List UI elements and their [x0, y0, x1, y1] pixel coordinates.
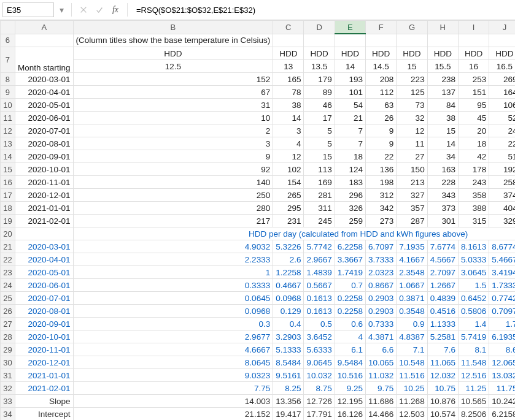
- month-date[interactable]: 2021-02-01: [15, 215, 73, 227]
- cell[interactable]: [489, 34, 515, 47]
- cell[interactable]: [335, 34, 365, 47]
- hdd-per-day-value[interactable]: 8.5484: [273, 356, 304, 369]
- hdd-value[interactable]: 198: [366, 176, 397, 189]
- hdd-value[interactable]: 140: [73, 176, 273, 189]
- hdd-per-day-value[interactable]: 4.8387: [397, 330, 427, 343]
- row-header-13[interactable]: 13: [1, 137, 15, 150]
- hdd-per-day-value[interactable]: 1.4: [458, 318, 489, 330]
- hdd-value[interactable]: 253: [458, 73, 489, 86]
- hdd-per-day-value[interactable]: 11.548: [458, 356, 489, 369]
- hdd-per-day-value[interactable]: 0.2258: [335, 305, 365, 318]
- hdd-value[interactable]: 92: [73, 163, 273, 176]
- hdd-per-day-value[interactable]: 0.0968: [273, 292, 304, 305]
- month-date[interactable]: 2021-01-01: [15, 369, 73, 382]
- hdd-per-day-value[interactable]: 2.0323: [366, 266, 397, 279]
- stat-value[interactable]: 12.726: [304, 395, 335, 408]
- header-basetemp[interactable]: 14: [335, 60, 365, 73]
- hdd-value[interactable]: 95: [458, 99, 489, 112]
- hdd-per-day-value[interactable]: 11.065: [427, 356, 458, 369]
- hdd-value[interactable]: 150: [397, 163, 427, 176]
- hdd-per-day-value[interactable]: 9.25: [335, 382, 365, 395]
- hdd-value[interactable]: 259: [335, 215, 365, 227]
- hdd-per-day-value[interactable]: 5.1333: [273, 343, 304, 356]
- hdd-per-day-value[interactable]: 10.25: [397, 382, 427, 395]
- month-date[interactable]: 2020-05-01: [15, 99, 73, 112]
- hdd-per-day-value[interactable]: 0.8667: [366, 279, 397, 292]
- hdd-value[interactable]: 38: [273, 99, 304, 112]
- name-box[interactable]: [2, 2, 54, 17]
- hdd-per-day-value[interactable]: 10.548: [397, 356, 427, 369]
- header-hdd[interactable]: HDD: [366, 47, 397, 60]
- hdd-value[interactable]: 269: [489, 73, 515, 86]
- hdd-value[interactable]: 38: [427, 112, 458, 124]
- hdd-value[interactable]: 342: [366, 202, 397, 215]
- row-header-9[interactable]: 9: [1, 86, 15, 99]
- hdd-value[interactable]: 164: [489, 86, 515, 99]
- hdd-value[interactable]: 15: [304, 150, 335, 163]
- hdd-value[interactable]: 9: [73, 150, 273, 163]
- hdd-per-day-value[interactable]: 5.0333: [458, 253, 489, 266]
- hdd-per-day-value[interactable]: 0.3871: [397, 292, 427, 305]
- hdd-value[interactable]: 373: [427, 202, 458, 215]
- hdd-per-day-value[interactable]: 0.4839: [427, 292, 458, 305]
- hdd-value[interactable]: 287: [397, 215, 427, 227]
- hdd-value[interactable]: 24: [489, 124, 515, 137]
- hdd-per-day-value[interactable]: 11.516: [397, 369, 427, 382]
- hdd-per-day-value[interactable]: 5.7742: [304, 240, 335, 253]
- hdd-value[interactable]: 113: [304, 163, 335, 176]
- hdd-per-day-value[interactable]: 0.6: [335, 318, 365, 330]
- row-header-7[interactable]: 7: [1, 47, 15, 73]
- hdd-per-day-label[interactable]: HDD per day (calculated from HDD and kWh…: [73, 227, 515, 240]
- hdd-value[interactable]: 152: [73, 73, 273, 86]
- hdd-value[interactable]: 327: [397, 189, 427, 202]
- hdd-value[interactable]: 358: [458, 189, 489, 202]
- hdd-value[interactable]: 7: [335, 137, 365, 150]
- hdd-value[interactable]: 32: [397, 112, 427, 124]
- hdd-per-day-value[interactable]: 1.7333: [489, 279, 515, 292]
- header-hdd[interactable]: HDD: [73, 47, 273, 60]
- hdd-per-day-value[interactable]: 8.1: [458, 343, 489, 356]
- hdd-value[interactable]: 73: [397, 99, 427, 112]
- month-date[interactable]: 2020-12-01: [15, 189, 73, 202]
- stat-value[interactable]: 8.2506: [458, 408, 489, 421]
- hdd-per-day-value[interactable]: 0.9: [397, 318, 427, 330]
- stat-value[interactable]: 12.195: [335, 395, 365, 408]
- row-header-33[interactable]: 33: [1, 395, 15, 408]
- hdd-per-day-value[interactable]: 8.1613: [458, 240, 489, 253]
- month-date[interactable]: 2020-04-01: [15, 86, 73, 99]
- hdd-value[interactable]: 67: [73, 86, 273, 99]
- hdd-per-day-value[interactable]: 5.4667: [489, 253, 515, 266]
- hdd-value[interactable]: 20: [458, 124, 489, 137]
- hdd-value[interactable]: 89: [304, 86, 335, 99]
- row-header-28[interactable]: 28: [1, 330, 15, 343]
- hdd-value[interactable]: 42: [458, 150, 489, 163]
- note-base-temp[interactable]: (Column titles show the base temperature…: [73, 34, 273, 47]
- hdd-value[interactable]: 223: [397, 73, 427, 86]
- hdd-per-day-value[interactable]: 0.0645: [73, 292, 273, 305]
- hdd-per-day-value[interactable]: 1.7: [489, 318, 515, 330]
- stat-value[interactable]: 11.686: [366, 395, 397, 408]
- hdd-per-day-value[interactable]: 5.6333: [304, 343, 335, 356]
- hdd-value[interactable]: 228: [427, 176, 458, 189]
- hdd-per-day-value[interactable]: 2.3548: [397, 266, 427, 279]
- hdd-value[interactable]: 46: [304, 99, 335, 112]
- hdd-per-day-value[interactable]: 0.7097: [489, 305, 515, 318]
- hdd-per-day-value[interactable]: 5.3226: [273, 240, 304, 253]
- hdd-per-day-value[interactable]: 0.3548: [397, 305, 427, 318]
- row-header-22[interactable]: 22: [1, 253, 15, 266]
- stat-value[interactable]: 10.565: [458, 395, 489, 408]
- row-header-24[interactable]: 24: [1, 279, 15, 292]
- hdd-value[interactable]: 163: [427, 163, 458, 176]
- month-date[interactable]: 2020-06-01: [15, 279, 73, 292]
- hdd-per-day-value[interactable]: 1.2667: [427, 279, 458, 292]
- hdd-per-day-value[interactable]: 12.065: [489, 356, 515, 369]
- hdd-value[interactable]: 124: [335, 163, 365, 176]
- enter-icon[interactable]: [93, 3, 106, 17]
- hdd-per-day-value[interactable]: 12.516: [458, 369, 489, 382]
- hdd-value[interactable]: 10: [73, 112, 273, 124]
- header-basetemp[interactable]: 12.5: [73, 60, 273, 73]
- hdd-value[interactable]: 238: [427, 73, 458, 86]
- hdd-per-day-value[interactable]: 4.1667: [397, 253, 427, 266]
- hdd-per-day-value[interactable]: 2.7097: [427, 266, 458, 279]
- header-basetemp[interactable]: 13.5: [304, 60, 335, 73]
